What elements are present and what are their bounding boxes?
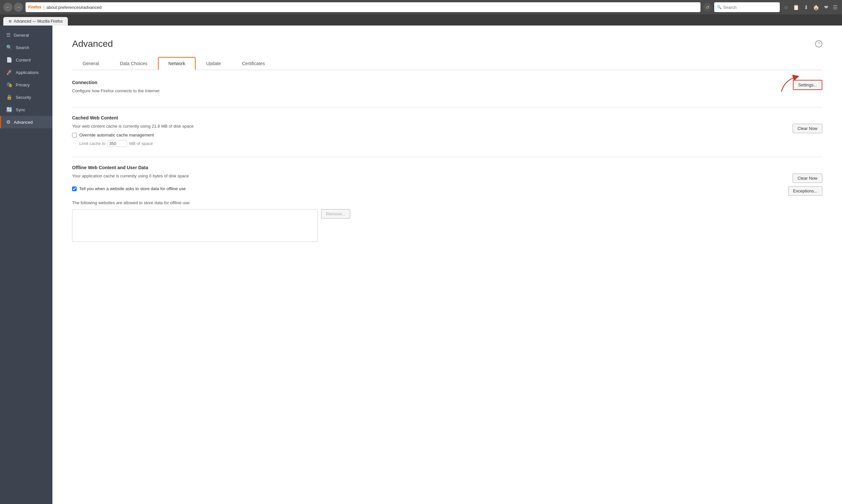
sidebar-item-sync[interactable]: 🔄 Sync	[0, 104, 52, 116]
bookmark-icon[interactable]: ☆	[783, 3, 790, 12]
content-icon: 📄	[6, 57, 13, 63]
advanced-icon: ⚙	[6, 119, 11, 125]
browser-content: ☰ General 🔍 Search 📄 Content 🚀 Applicati…	[0, 25, 842, 504]
cached-desc: Your web content cache is currently usin…	[72, 124, 792, 129]
override-cache-checkbox[interactable]	[72, 133, 77, 138]
sidebar: ☰ General 🔍 Search 📄 Content 🚀 Applicati…	[0, 25, 52, 504]
sidebar-label-search: Search	[16, 45, 29, 50]
tab-favicon: ⚙	[8, 19, 12, 23]
cached-row: Your web content cache is currently usin…	[72, 124, 822, 147]
connection-left: Connection Configure how Firefox connect…	[72, 80, 793, 97]
settings-button-container: Settings...	[793, 80, 822, 90]
sidebar-label-general: General	[14, 33, 29, 38]
connection-title: Connection	[72, 80, 793, 85]
pref-tabs: General Data Choices Network Update Cert…	[72, 57, 822, 70]
allowed-sites-area: Remove...	[72, 209, 822, 245]
offline-title: Offline Web Content and User Data	[72, 165, 822, 170]
general-icon: ☰	[6, 32, 11, 38]
pocket-icon[interactable]: ❤	[823, 3, 829, 12]
address-bar[interactable]: Firefox |	[25, 2, 701, 12]
help-icon[interactable]: ?	[815, 40, 822, 48]
sidebar-label-content: Content	[16, 58, 31, 62]
sync-icon: 🔄	[6, 107, 13, 112]
firefox-label: Firefox	[28, 5, 41, 10]
address-input[interactable]	[47, 5, 698, 10]
tab-bar: ⚙ Advanced — Mozilla Firefox	[0, 14, 842, 25]
cached-clear-now-button[interactable]: Clear Now	[792, 124, 822, 133]
sidebar-item-security[interactable]: 🔒 Security	[0, 91, 52, 104]
remove-button[interactable]: Remove...	[321, 209, 350, 219]
page-header: Advanced ?	[72, 39, 822, 49]
override-cache-row: Override automatic cache management	[72, 132, 792, 138]
back-button[interactable]: ←	[3, 3, 13, 12]
connection-desc: Configure how Firefox connects to the In…	[72, 88, 793, 93]
cached-web-content-section: Cached Web Content Your web content cach…	[72, 115, 822, 147]
connection-section: Connection Configure how Firefox connect…	[72, 80, 822, 97]
sidebar-label-security: Security	[16, 95, 31, 100]
forward-button[interactable]: →	[14, 3, 23, 12]
privacy-icon: 🎭	[6, 82, 13, 88]
offline-web-content-section: Offline Web Content and User Data Your a…	[72, 165, 822, 245]
tab-data-choices[interactable]: Data Choices	[109, 57, 158, 70]
page-title: Advanced	[72, 39, 113, 49]
connection-row: Connection Configure how Firefox connect…	[72, 80, 822, 97]
search-icon: 🔍	[717, 5, 722, 10]
tell-when-checkbox[interactable]	[72, 186, 77, 191]
sidebar-item-search[interactable]: 🔍 Search	[0, 41, 52, 54]
offline-clear-now-button[interactable]: Clear Now	[792, 174, 822, 183]
offline-desc-row: Your application cache is currently usin…	[72, 174, 822, 183]
limit-label: Limit cache to	[79, 141, 105, 146]
applications-icon: 🚀	[6, 69, 13, 75]
sidebar-item-advanced[interactable]: ⚙ Advanced	[0, 116, 52, 128]
sidebar-label-applications: Applications	[16, 70, 39, 75]
sidebar-label-advanced: Advanced	[14, 120, 33, 125]
tell-when-row: Tell you when a website asks to store da…	[72, 186, 822, 196]
tab-general[interactable]: General	[72, 57, 109, 70]
search-input[interactable]	[723, 5, 777, 10]
address-separator: |	[43, 4, 45, 10]
search-icon: 🔍	[6, 44, 13, 50]
override-cache-label: Override automatic cache management	[79, 132, 154, 138]
sidebar-item-content[interactable]: 📄 Content	[0, 54, 52, 66]
download-icon[interactable]: ⬇	[803, 3, 810, 12]
tell-when-left: Tell you when a website asks to store da…	[72, 186, 788, 194]
tab-title: Advanced — Mozilla Firefox	[14, 19, 63, 23]
home-icon[interactable]: 🏠	[811, 3, 821, 12]
cached-left: Your web content cache is currently usin…	[72, 124, 792, 147]
sidebar-item-privacy[interactable]: 🎭 Privacy	[0, 78, 52, 91]
nav-buttons: ← →	[3, 3, 23, 12]
sidebar-label-privacy: Privacy	[16, 83, 30, 87]
tell-when-checkbox-row: Tell you when a website asks to store da…	[72, 186, 788, 191]
allowed-sites-label: The following websites are allowed to st…	[72, 200, 822, 205]
sidebar-label-sync: Sync	[16, 107, 25, 112]
toolbar-icons: ☆ 📋 ⬇ 🏠 ❤ ☰	[783, 3, 839, 12]
websites-list-textarea[interactable]	[72, 209, 318, 242]
tab-update[interactable]: Update	[195, 57, 231, 70]
browser-chrome: ← → Firefox | ↺ 🔍 ☆ 📋 ⬇ 🏠 ❤ ☰ ⚙ Advanced…	[0, 0, 842, 25]
sidebar-item-general[interactable]: ☰ General	[0, 29, 52, 41]
cache-limit-row: Limit cache to MB of space	[79, 140, 792, 147]
offline-desc: Your application cache is currently usin…	[72, 174, 792, 178]
toolbar: ← → Firefox | ↺ 🔍 ☆ 📋 ⬇ 🏠 ❤ ☰	[0, 0, 842, 14]
limit-unit: MB of space	[129, 141, 153, 146]
cached-title: Cached Web Content	[72, 115, 822, 121]
cache-limit-input[interactable]	[107, 140, 127, 147]
settings-button[interactable]: Settings...	[793, 80, 822, 90]
tell-when-label: Tell you when a website asks to store da…	[79, 186, 186, 191]
offline-left: Your application cache is currently usin…	[72, 174, 792, 182]
tab-network[interactable]: Network	[158, 57, 195, 70]
allowed-sites-container: The following websites are allowed to st…	[72, 200, 822, 245]
main-content: Advanced ? General Data Choices Network …	[52, 25, 842, 504]
active-browser-tab[interactable]: ⚙ Advanced — Mozilla Firefox	[3, 17, 68, 25]
exceptions-button[interactable]: Exceptions...	[788, 186, 822, 196]
browser-search-bar[interactable]: 🔍	[714, 2, 780, 12]
reload-button[interactable]: ↺	[703, 3, 711, 12]
security-icon: 🔒	[6, 94, 13, 100]
divider-1	[72, 107, 822, 107]
sidebar-item-applications[interactable]: 🚀 Applications	[0, 66, 52, 78]
tab-certificates[interactable]: Certificates	[231, 57, 275, 70]
reading-list-icon[interactable]: 📋	[792, 3, 801, 12]
divider-2	[72, 157, 822, 157]
menu-icon[interactable]: ☰	[831, 3, 839, 12]
